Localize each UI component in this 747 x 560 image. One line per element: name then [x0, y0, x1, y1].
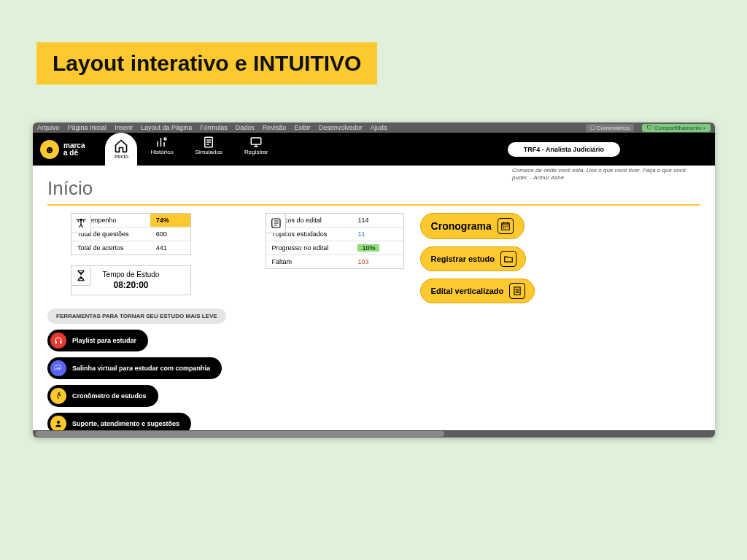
app-topbar: ☻ marcaa dê Início Histórico Simulados R… [33, 133, 715, 166]
tab-label: Simulados [196, 149, 222, 155]
tab-inicio[interactable]: Início [105, 133, 137, 166]
menu-pagina-inicial[interactable]: Página Inicial [68, 124, 107, 131]
button-label: Edital verticalizado [431, 287, 504, 295]
menu-arquivo[interactable]: Arquivo [37, 124, 60, 131]
menu-dados[interactable]: Dados [236, 124, 255, 131]
comments-button[interactable]: ☐ Comentários [586, 124, 635, 132]
menu-revisao[interactable]: Revisão [263, 124, 287, 131]
topic-value: 114 [352, 214, 403, 227]
weightlifter-icon [71, 213, 91, 233]
tool-cronometro[interactable]: Cronômetro de estudos [47, 385, 158, 407]
runner-icon [50, 388, 66, 404]
scroll-icon [266, 213, 286, 233]
topic-value: 10% [352, 241, 403, 254]
tool-salinha[interactable]: Salinha virtual para estudar com companh… [47, 357, 222, 379]
cronograma-button[interactable]: Cronograma [420, 213, 525, 239]
logo-mark-icon: ☻ [40, 140, 59, 159]
topic-value: 11 [352, 227, 403, 241]
tab-historico[interactable]: Histórico [142, 133, 182, 166]
menu-desenvolvedor[interactable]: Desenvolvedor [319, 124, 363, 131]
topics-card: Tópicos do edital114 Tópicos estudados11… [266, 213, 404, 269]
topic-value: 103 [352, 254, 403, 268]
tab-label: Registrar [244, 149, 268, 155]
tool-label: Suporte, atendimento e sugestões [72, 420, 179, 427]
registrar-estudo-button[interactable]: Registrar estudo [420, 246, 526, 271]
horizontal-scrollbar[interactable] [33, 430, 715, 438]
home-icon [114, 139, 128, 153]
monitor-icon [249, 136, 263, 149]
time-label: Tempo de Estudo [82, 271, 180, 279]
time-value: 08:20:00 [82, 280, 180, 290]
chart-icon [155, 136, 169, 149]
tool-label: Playlist para estudar [72, 337, 136, 344]
button-label: Registrar estudo [431, 254, 495, 263]
tab-label: Início [115, 153, 128, 160]
svg-point-5 [57, 421, 60, 424]
course-badge: TRF4 - Analista Judiciário [508, 142, 620, 157]
page-content: Comece de onde você está. Use o que você… [33, 166, 715, 430]
share-button[interactable]: ⛉ Compartilhamento ▾ [642, 124, 711, 132]
tools-heading: FERRAMENTAS PARA TORNAR SEU ESTUDO MAIS … [47, 308, 226, 324]
calendar-icon [498, 218, 514, 234]
perf-value: 74% [150, 214, 190, 227]
clipboard-icon [202, 136, 215, 149]
tab-label: Histórico [150, 149, 173, 155]
discord-icon [50, 360, 66, 376]
menu-formulas[interactable]: Fórmulas [200, 124, 228, 131]
tab-simulados[interactable]: Simulados [187, 133, 231, 166]
button-label: Cronograma [431, 220, 492, 232]
menu-layout[interactable]: Layout da Página [141, 124, 192, 131]
hourglass-icon [71, 265, 91, 286]
perf-label: Total de acertos [71, 241, 150, 254]
nav-tabs: Início Histórico Simulados Registrar [105, 133, 276, 166]
tab-registrar[interactable]: Registrar [236, 133, 276, 166]
svg-rect-2 [251, 138, 261, 144]
perf-value: 441 [150, 241, 190, 254]
edital-button[interactable]: Edital verticalizado [420, 279, 535, 303]
tool-label: Salinha virtual para estudar com companh… [72, 365, 210, 372]
quote-text: Comece de onde você está. Use o que você… [512, 167, 694, 182]
menu-exibir[interactable]: Exibir [294, 124, 311, 131]
tool-label: Cronômetro de estudos [72, 392, 147, 400]
headphones-icon [50, 332, 66, 349]
folder-icon [500, 251, 516, 267]
app-window: Arquivo Página Inicial Inserir Layout da… [33, 122, 715, 438]
topic-label: Progresso no edital [266, 241, 352, 254]
slide-title: Layout interativo e INTUITIVO [36, 42, 377, 85]
svg-point-4 [58, 393, 60, 394]
menu-ajuda[interactable]: Ajuda [371, 124, 387, 131]
brand-logo: ☻ marcaa dê [40, 140, 85, 159]
svg-point-0 [164, 138, 166, 140]
document-icon [509, 283, 525, 299]
tool-suporte[interactable]: Suporte, atendimento e sugestões [47, 413, 191, 430]
spreadsheet-menubar: Arquivo Página Inicial Inserir Layout da… [33, 122, 715, 133]
topic-label: Faltam [266, 254, 352, 268]
perf-value: 600 [150, 227, 190, 241]
user-icon [50, 416, 66, 430]
tool-playlist[interactable]: Playlist para estudar [47, 330, 148, 351]
menu-inserir[interactable]: Inserir [115, 124, 133, 131]
